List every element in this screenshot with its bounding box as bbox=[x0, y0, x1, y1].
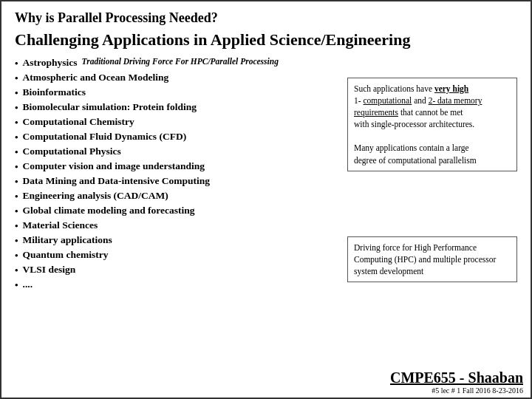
list-item: Computational Physics bbox=[15, 144, 340, 159]
driving-box: Driving force for High Performance Compu… bbox=[347, 236, 517, 282]
list-item: Bioinformatics bbox=[15, 85, 340, 100]
list-item: Computational Chemistry bbox=[15, 115, 340, 129]
list-item: Atmospheric and Ocean Modeling bbox=[15, 70, 340, 85]
bullet-text: Computational Physics bbox=[23, 146, 121, 157]
bullet-list: Astrophysics Traditional Driving Force F… bbox=[15, 55, 340, 292]
bullet-text: Astrophysics bbox=[23, 57, 78, 69]
right-column: Such applications have very high1- compu… bbox=[347, 55, 517, 292]
list-item: Military applications bbox=[15, 233, 340, 248]
list-item: Data Mining and Data-intensive Computing bbox=[15, 174, 340, 188]
footer-course: CMPE655 - Shaaban bbox=[390, 369, 523, 386]
slide: Why is Parallel Processing Needed? Chall… bbox=[0, 0, 532, 399]
bullet-text: Global climate modeling and forecasting bbox=[23, 205, 195, 216]
footer-sub: #5 lec # 1 Fall 2016 8-23-2016 bbox=[432, 386, 523, 395]
list-item: Material Sciences bbox=[15, 218, 340, 233]
bullet-text: Computer vision and image understanding bbox=[23, 160, 205, 172]
list-item: Quantum chemistry bbox=[15, 248, 340, 262]
main-content: Astrophysics Traditional Driving Force F… bbox=[15, 55, 517, 292]
bullet-text: Military applications bbox=[23, 234, 112, 246]
bullet-text: Quantum chemistry bbox=[23, 249, 109, 261]
bullet-text: Computational Chemistry bbox=[23, 116, 134, 128]
bullet-text: Material Sciences bbox=[23, 219, 98, 231]
footer: CMPE655 - Shaaban #5 lec # 1 Fall 2016 8… bbox=[390, 369, 523, 395]
bullet-text: Engineering analysis (CAD/CAM) bbox=[23, 190, 168, 202]
bullet-text: Atmospheric and Ocean Modeling bbox=[23, 72, 169, 83]
list-item: Astrophysics Traditional Driving Force F… bbox=[15, 55, 340, 70]
list-item: Engineering analysis (CAD/CAM) bbox=[15, 188, 340, 203]
bullet-text: VLSI design bbox=[23, 264, 76, 276]
driving-text: Driving force for High Performance Compu… bbox=[354, 243, 496, 276]
list-item: Computational Fluid Dynamics (CFD) bbox=[15, 129, 340, 144]
bullet-text: Data Mining and Data-intensive Computing bbox=[23, 175, 211, 187]
slide-subtitle: Challenging Applications in Applied Scie… bbox=[15, 30, 517, 50]
info-box: Such applications have very high1- compu… bbox=[347, 78, 517, 171]
slide-title: Why is Parallel Processing Needed? bbox=[15, 10, 517, 26]
left-column: Astrophysics Traditional Driving Force F… bbox=[15, 55, 340, 292]
bullet-text: Biomolecular simulation: Protein folding bbox=[23, 101, 197, 113]
bullet-text: Bioinformatics bbox=[23, 86, 86, 98]
list-item: Global climate modeling and forecasting bbox=[15, 203, 340, 218]
bullet-text: Computational Fluid Dynamics (CFD) bbox=[23, 131, 187, 143]
list-item: Biomolecular simulation: Protein folding bbox=[15, 100, 340, 115]
bullet-text: .... bbox=[23, 279, 33, 290]
list-item: Computer vision and image understanding bbox=[15, 159, 340, 174]
list-item: .... bbox=[15, 277, 340, 292]
traditional-label: Traditional Driving Force For HPC/Parall… bbox=[82, 57, 279, 66]
list-item: VLSI design bbox=[15, 262, 340, 277]
info-text: Such applications have very high1- compu… bbox=[354, 84, 482, 165]
